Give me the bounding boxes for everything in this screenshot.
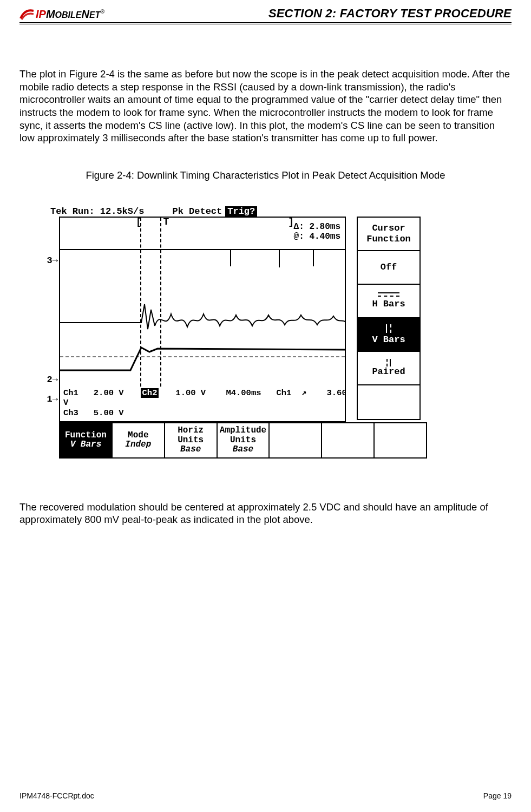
timebase: M4.00ms bbox=[226, 388, 261, 398]
section-title: SECTION 2: FACTORY TEST PROCEDURE bbox=[268, 6, 512, 21]
oscilloscope-figure: Tek Run: 12.5kS/s Pk Detect Trig? 3→ 2→ … bbox=[44, 206, 461, 459]
ch1-scale: 2.00 V bbox=[94, 388, 124, 398]
paragraph-2: The recovered modulation should be cente… bbox=[19, 501, 512, 526]
trig-ch: Ch1 bbox=[276, 388, 291, 398]
ch2-trace bbox=[60, 299, 346, 337]
logo: IPMOBILENET® bbox=[19, 8, 104, 21]
vbar-icon bbox=[386, 324, 387, 333]
ch1-trace bbox=[60, 342, 346, 380]
scope-status-line: Tek Run: 12.5kS/s Pk Detect Trig? bbox=[44, 206, 461, 217]
bottom-amp[interactable]: Amplitude Units Base bbox=[218, 423, 270, 457]
logo-text-obile: OBILE bbox=[55, 10, 82, 19]
bottom-empty-2 bbox=[322, 423, 375, 457]
menu-off[interactable]: Off bbox=[358, 251, 419, 285]
bottom-empty-1 bbox=[270, 423, 322, 457]
ch3-label: Ch3 bbox=[63, 408, 78, 418]
ch3-indicator: 3→ bbox=[47, 256, 58, 266]
menu-title: Cursor Function bbox=[358, 218, 419, 251]
solid-line-icon bbox=[378, 292, 399, 293]
cursor-delta: Δ: 2.80ms bbox=[294, 222, 340, 232]
ch2-badge: Ch2 bbox=[141, 388, 159, 398]
ch1-indicator: 1→ bbox=[47, 394, 58, 404]
reference-dash-line bbox=[60, 356, 345, 357]
paired-icon-l bbox=[386, 359, 388, 366]
scope-mode-label: Pk Detect bbox=[172, 206, 222, 217]
figure-caption: Figure 2-4: Downlink Timing Characterist… bbox=[19, 169, 512, 181]
ch1-label: Ch1 bbox=[63, 388, 78, 398]
cursor-side-menu: Cursor Function Off H Bars V Bars Pai bbox=[357, 217, 421, 420]
footer-page: Page 19 bbox=[483, 791, 512, 800]
scope-grid: [ T ] Δ: 2.80ms @: 4.40ms bbox=[59, 217, 346, 422]
scope-bottom-menu: Function V Bars Mode Indep Horiz Units B… bbox=[59, 422, 427, 459]
menu-vbars[interactable]: V Bars bbox=[358, 318, 419, 352]
bracket-t: T bbox=[163, 217, 169, 227]
bottom-horiz[interactable]: Horiz Units Base bbox=[165, 423, 218, 457]
logo-text-m: M bbox=[46, 8, 55, 20]
scope-run-label: Tek Run: 12.5kS/s bbox=[50, 206, 144, 217]
page-header: IPMOBILENET® SECTION 2: FACTORY TEST PRO… bbox=[19, 6, 512, 22]
bottom-function[interactable]: Function V Bars bbox=[60, 423, 113, 457]
trig-edge-icon: ↗ bbox=[301, 388, 306, 398]
logo-text-et: ET bbox=[89, 10, 100, 19]
channel-indicators: 3→ 2→ 1→ bbox=[44, 217, 59, 422]
page-footer: IPM4748-FCCRpt.doc Page 19 bbox=[19, 791, 512, 800]
footer-filename: IPM4748-FCCRpt.doc bbox=[19, 791, 94, 800]
paragraph-1: The plot in Figure 2-4 is the same as be… bbox=[19, 68, 512, 145]
header-rule-thin bbox=[19, 24, 512, 24]
dash-line-icon bbox=[378, 296, 399, 297]
header-rule-thick bbox=[19, 22, 512, 23]
channel-info-row: Ch1 2.00 V Ch2 1.00 V M4.00ms Ch1 ↗ 3.60… bbox=[63, 388, 346, 418]
ch2-indicator: 2→ bbox=[47, 375, 58, 385]
vbar-dash-icon bbox=[390, 324, 391, 333]
menu-empty bbox=[358, 385, 419, 419]
ch2-scale: 1.00 V bbox=[175, 388, 206, 398]
ch3-glitches-icon bbox=[60, 239, 346, 272]
bottom-mode[interactable]: Mode Indep bbox=[113, 423, 165, 457]
logo-text-n: N bbox=[81, 8, 89, 20]
paired-icon-r bbox=[390, 359, 391, 366]
logo-text-ip: IP bbox=[36, 8, 46, 20]
menu-hbars[interactable]: H Bars bbox=[358, 285, 419, 318]
bottom-empty-3 bbox=[375, 423, 426, 457]
menu-paired[interactable]: Paired bbox=[358, 352, 419, 385]
scope-trig-badge: Trig? bbox=[225, 206, 257, 217]
logo-swoosh-icon bbox=[19, 8, 35, 21]
ch3-scale: 5.00 V bbox=[94, 408, 124, 418]
